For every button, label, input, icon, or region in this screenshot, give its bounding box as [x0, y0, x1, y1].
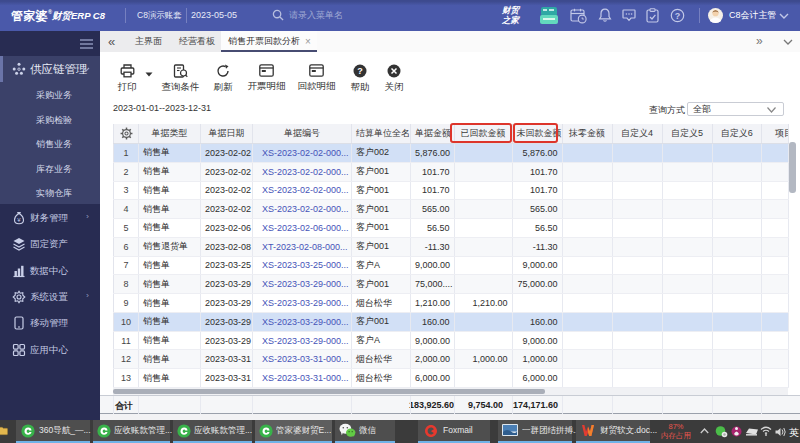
svg-text:?: ? [357, 66, 363, 76]
svg-text:?: ? [675, 11, 681, 21]
svg-text:¥: ¥ [17, 217, 21, 223]
